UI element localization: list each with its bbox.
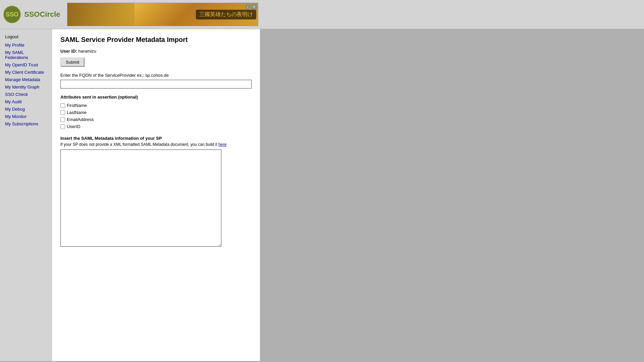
sidebar-item-my-saml-federations[interactable]: My SAML Federations [5,50,47,60]
firstname-label: FirstName [67,103,87,108]
lastname-label: LastName [67,110,87,115]
right-area [260,29,644,361]
metadata-textarea[interactable] [60,149,221,247]
sidebar-item-my-subscriptions[interactable]: My Subscriptions [5,121,47,126]
sidebar-item-my-openid-trust[interactable]: My OpenID Trust [5,62,47,67]
ad-text: 三國英雄たちの夜明け [196,10,256,19]
userid-checkbox[interactable] [60,124,65,129]
fqdn-label: Enter the FQDN of the ServiceProvider ex… [60,73,252,78]
emailaddress-checkbox-item: EmailAddress [60,117,252,122]
userid-label: UserID [67,124,80,129]
insert-label: Insert the SAML Metadata information of … [60,136,252,141]
user-id-value: haramizu [78,49,96,54]
logo-icon: SSO [3,6,21,23]
here-link[interactable]: here [218,142,226,147]
brand-name: SSOCircle [24,10,60,19]
emailaddress-checkbox[interactable] [60,117,65,122]
fqdn-input[interactable] [60,80,252,88]
submit-button[interactable]: Submit [60,58,85,67]
firstname-checkbox-item: FirstName [60,103,252,108]
sidebar-item-my-audit[interactable]: My Audit [5,99,47,104]
page-title: SAML Service Provider Metadata Import [60,36,252,44]
ad-banner: 三國英雄たちの夜明け i ✕ [67,3,258,26]
ad-close-icon[interactable]: ✕ [252,4,257,9]
attributes-label: Attributes sent in assertion (optional) [60,95,252,100]
content-area: SAML Service Provider Metadata Import Us… [52,29,260,361]
sidebar-item-manage-metadata[interactable]: Manage Metadata [5,77,47,82]
user-id-label: User ID: [60,49,77,54]
sidebar-item-my-client-certificate[interactable]: My Client Certificate [5,70,47,75]
sidebar-item-my-monitor[interactable]: My Monitor [5,114,47,119]
ad-info-icon[interactable]: i [245,4,251,9]
sidebar-item-my-debug[interactable]: My Debug [5,107,47,112]
sidebar: Logout My Profile My SAML Federations My… [0,29,52,361]
userid-checkbox-item: UserID [60,124,252,129]
lastname-checkbox[interactable] [60,110,65,115]
attributes-checkboxes: FirstName LastName EmailAddress UserID [60,103,252,129]
insert-sublabel: If your SP does not provide a XML format… [60,142,252,147]
main-container: Logout My Profile My SAML Federations My… [0,29,644,361]
user-id-line: User ID: haramizu [60,49,252,54]
sidebar-item-logout[interactable]: Logout [5,34,47,39]
lastname-checkbox-item: LastName [60,110,252,115]
sidebar-item-sso-check[interactable]: SSO Check [5,92,47,97]
sidebar-item-my-identity-graph[interactable]: My Identity Graph [5,84,47,89]
sidebar-item-my-profile[interactable]: My Profile [5,43,47,48]
ad-figure [67,3,135,26]
emailaddress-label: EmailAddress [67,117,94,122]
firstname-checkbox[interactable] [60,103,65,108]
insert-sublabel-text: If your SP does not provide a XML format… [60,142,217,147]
header: SSO SSOCircle 三國英雄たちの夜明け i ✕ [0,0,644,29]
